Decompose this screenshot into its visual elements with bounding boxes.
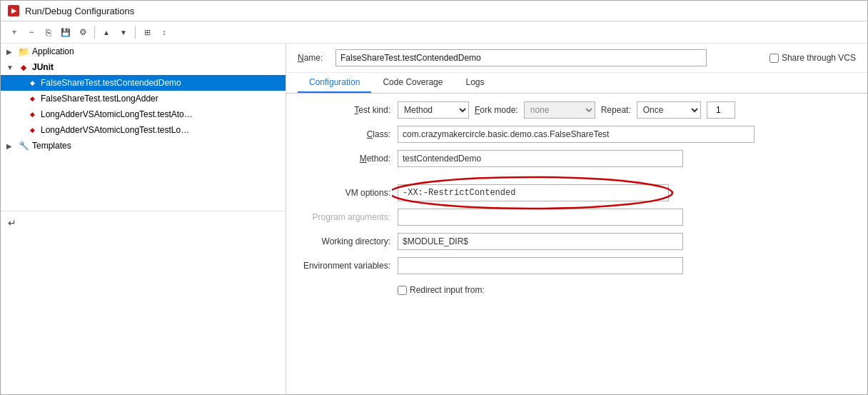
program-args-control [398,209,856,226]
tree-item-templates[interactable]: ▶ 🔧 Templates [1,138,286,154]
test-kind-dropdown[interactable]: Method [398,101,469,119]
sort-button[interactable]: ⊞ [139,24,155,40]
class-control [398,126,856,143]
working-dir-control [398,233,856,250]
repeat-num-input[interactable] [707,101,735,119]
program-args-label: Program arguments: [298,212,398,222]
name-input[interactable] [335,49,707,66]
copy-button[interactable]: ⎘ [41,24,56,40]
method-control [398,150,856,167]
test-kind-control: Method Fork mode: none Repeat: Once [398,101,856,119]
repeat-label: Repeat: [601,105,631,115]
vm-options-row: VM options: [298,184,856,202]
main-content: ▶ 📁 Application ▼ ◆ JUnit ◆ FalseShareTe… [1,44,867,394]
tree-label-test1: FalseShareTest.testContendedDemo [41,78,181,88]
redirect-control: Redirect input from: [398,285,856,295]
config-body: Test kind: Method Fork mode: none Repeat… [286,94,867,394]
tree-item-junit[interactable]: ▼ ◆ JUnit [1,59,286,75]
method-row: Method: [298,149,856,168]
share-checkbox[interactable] [769,54,779,63]
expand-icon-junit: ▼ [6,64,15,71]
remove-button[interactable]: − [24,24,39,40]
tree-footer: ↵ [1,211,286,234]
wrench-icon: 🔧 [18,140,29,151]
right-panel: Name: Share through VCS Configuration Co… [286,44,867,394]
folder-icon-application: 📁 [18,46,29,57]
back-arrow[interactable]: ↵ [8,217,16,229]
method-input[interactable] [398,150,683,167]
tree-item-test2[interactable]: ◆ FalseShareTest.testLongAdder [1,91,286,106]
tree-item-test4[interactable]: ◆ LongAdderVSAtomicLongTest.testLo… [1,122,286,138]
name-label: Name: [298,53,330,63]
tree-label-test3: LongAdderVSAtomicLongTest.testAto… [41,109,193,119]
program-args-row: Program arguments: [298,208,856,226]
redirect-checkbox[interactable] [398,286,407,295]
filter-button[interactable]: ↕ [156,24,172,40]
fork-mode-label: Fork mode: [475,105,518,115]
working-dir-row: Working directory: [298,232,856,251]
separator-2 [135,26,136,39]
add-button[interactable]: + [6,24,22,40]
env-vars-input[interactable] [398,257,683,274]
move-down-button[interactable]: ▼ [116,24,131,40]
tree-label-application: Application [32,46,74,56]
working-dir-label: Working directory: [298,236,398,246]
env-vars-label: Environment variables: [298,261,398,271]
redirect-row: Redirect input from: [298,281,856,299]
test-kind-label: Test kind: [298,105,398,115]
redirect-label: Redirect input from: [410,285,485,295]
tree-label-test4: LongAdderVSAtomicLongTest.testLo… [41,125,189,135]
expand-icon-templates: ▶ [6,142,15,150]
class-row: Class: [298,125,856,144]
settings-button[interactable]: ⚙ [75,24,91,40]
expand-icon-application: ▶ [6,48,15,56]
share-area: Share through VCS [769,53,856,63]
class-input[interactable] [398,126,755,143]
left-panel: ▶ 📁 Application ▼ ◆ JUnit ◆ FalseShareTe… [1,44,286,394]
app-icon: ▶ [8,5,19,16]
program-args-input[interactable] [398,209,683,226]
tree-label-templates: Templates [32,141,71,151]
tree-item-test3[interactable]: ◆ LongAdderVSAtomicLongTest.testAto… [1,106,286,122]
class-label: Class: [298,129,398,139]
tree-label-test2: FalseShareTest.testLongAdder [41,94,158,104]
test-icon-1: ◆ [26,77,38,89]
move-up-button[interactable]: ▲ [99,24,114,40]
tree-label-junit: JUnit [32,62,54,72]
share-label: Share through VCS [782,53,856,63]
test-icon-3: ◆ [26,109,38,120]
env-vars-control [398,257,856,274]
method-label: Method: [298,154,398,164]
test-icon-2: ◆ [26,93,38,104]
env-vars-row: Environment variables: [298,256,856,275]
title-bar: ▶ Run/Debug Configurations [1,1,867,21]
junit-icon: ◆ [18,61,29,73]
vm-options-label: VM options: [298,188,398,198]
name-row: Name: Share through VCS [286,44,867,73]
dialog-title: Run/Debug Configurations [25,6,134,16]
test-icon-4: ◆ [26,124,38,136]
repeat-dropdown[interactable]: Once [637,101,701,119]
tab-code-coverage[interactable]: Code Coverage [371,73,454,93]
save-button[interactable]: 💾 [58,24,74,40]
vm-options-control [398,184,856,201]
separator-1 [94,26,95,39]
tabs-row: Configuration Code Coverage Logs [286,73,867,94]
run-debug-dialog: ▶ Run/Debug Configurations + − ⎘ 💾 ⚙ ▲ ▼… [0,0,868,395]
tab-logs[interactable]: Logs [454,73,495,93]
vm-options-input[interactable] [398,184,669,201]
redirect-checkbox-label[interactable]: Redirect input from: [398,285,485,295]
working-dir-input[interactable] [398,233,683,250]
toolbar: + − ⎘ 💾 ⚙ ▲ ▼ ⊞ ↕ [1,21,867,44]
fork-mode-dropdown[interactable]: none [524,101,595,119]
test-kind-row: Test kind: Method Fork mode: none Repeat… [298,101,856,119]
tree-item-test1[interactable]: ◆ FalseShareTest.testContendedDemo [1,75,286,91]
tree-item-application[interactable]: ▶ 📁 Application [1,44,286,59]
tab-configuration[interactable]: Configuration [298,73,371,93]
